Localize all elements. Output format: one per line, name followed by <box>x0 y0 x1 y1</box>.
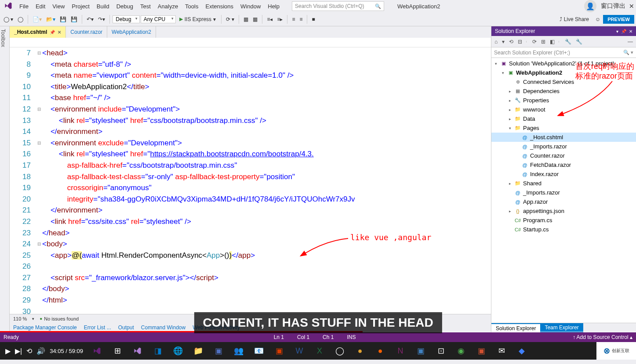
config-dropdown[interactable]: Debug <box>113 15 139 23</box>
taskbar-app2-icon[interactable]: ◯ <box>330 342 349 360</box>
taskbar-app4-icon[interactable]: ● <box>371 342 390 360</box>
save-all-button[interactable]: 💾 <box>69 15 79 23</box>
menu-project[interactable]: Project <box>68 1 93 11</box>
taskbar-onenote-icon[interactable]: N <box>391 342 410 360</box>
tb-icon-2[interactable]: ▦ <box>251 15 259 23</box>
quick-launch-search[interactable]: Search Visual Studio (Ctrl+Q) 🔍 <box>292 1 384 11</box>
panel-pin-icon[interactable]: 📌 <box>621 29 626 34</box>
taskbar-app6-icon[interactable]: ◉ <box>451 342 471 360</box>
nav-fwd-button[interactable]: ◯ <box>16 15 25 23</box>
taskbar-edge-icon[interactable]: 🌐 <box>168 342 188 360</box>
taskbar-excel-icon[interactable]: X <box>310 342 329 360</box>
pin-icon[interactable]: 📌 <box>50 30 55 35</box>
redo-button[interactable]: ↷▾ <box>96 15 107 23</box>
toolbox-tab[interactable]: Toolbox <box>0 26 10 332</box>
platform-dropdown[interactable]: Any CPU <box>141 15 176 23</box>
solution-search[interactable]: Search Solution Explorer (Ctrl+;) 🔍 ▾ <box>491 47 636 58</box>
taskbar-app7-icon[interactable]: ▣ <box>472 342 491 360</box>
tab-pkg-mgr[interactable]: Package Manager Console <box>13 324 77 331</box>
menu-edit[interactable]: Edit <box>32 1 49 11</box>
panel-title-bar[interactable]: Solution Explorer ▾ 📌 ✕ <box>491 26 636 36</box>
panel-dropdown-icon[interactable]: ▾ <box>616 29 618 34</box>
fold-column[interactable]: ⊟⊟⊟⊟ <box>36 47 42 314</box>
tab-host-cshtml[interactable]: _Host.cshtml 📌 ✕ <box>10 26 66 38</box>
tree-node-program-cs[interactable]: C#Program.cs <box>491 216 636 225</box>
taskbar-explorer-icon[interactable]: 📁 <box>189 342 208 360</box>
issues-indicator[interactable]: ● No issues found <box>40 316 79 321</box>
taskbar-terminal-icon[interactable]: ▣ <box>209 342 228 360</box>
taskbar-vscode-icon[interactable]: ◨ <box>148 342 167 360</box>
tab-command-window[interactable]: Command Window <box>141 324 185 331</box>
menu-window[interactable]: Window <box>237 1 264 11</box>
panel-close-icon[interactable]: ✕ <box>629 29 632 34</box>
close-tab-icon[interactable]: ✕ <box>58 30 61 35</box>
menu-file[interactable]: File <box>16 1 32 11</box>
wrench-icon[interactable]: 🔧 <box>574 38 584 46</box>
taskbar-app-icon[interactable]: ⊞ <box>108 342 127 360</box>
open-button[interactable]: 📂▾ <box>44 15 57 23</box>
tree-node-counter-razor[interactable]: @Counter.razor <box>491 151 636 160</box>
taskbar-vs2-icon[interactable] <box>128 342 147 360</box>
tree-node--imports-razor[interactable]: @_Imports.razor <box>491 142 636 151</box>
volume-button[interactable]: 🔊 <box>36 347 45 355</box>
menu-help[interactable]: Help <box>264 1 283 11</box>
tree-node-properties[interactable]: ▸🔧Properties <box>491 96 636 105</box>
user-avatar[interactable]: 👤 <box>584 0 596 12</box>
run-button[interactable]: ▶IIS Express ▾ <box>177 15 218 23</box>
preview-icon[interactable]: ◧ <box>549 38 556 46</box>
undo-button[interactable]: ↶▾ <box>85 15 95 23</box>
sync-icon[interactable]: ⟲ <box>508 38 515 46</box>
new-button[interactable]: 📄▾ <box>31 15 44 23</box>
tab-error-list[interactable]: Error List ... <box>84 324 111 331</box>
close-icon[interactable]: ✕ <box>629 3 634 10</box>
collapse-icon[interactable]: ⊟ <box>516 38 523 46</box>
taskbar-teams-icon[interactable]: 👥 <box>229 342 248 360</box>
menu-extensions[interactable]: Extensions <box>202 1 237 11</box>
tree-node-app-razor[interactable]: @App.razor <box>491 197 636 206</box>
live-share-button[interactable]: ⤴ Live Share <box>560 16 589 22</box>
tree-node--host-cshtml[interactable]: @_Host.cshtml <box>491 133 636 142</box>
play-pause-button[interactable]: ▶ <box>5 347 11 355</box>
refresh-button[interactable]: ⟳ ▾ <box>224 15 236 23</box>
save-button[interactable]: 💾 <box>58 15 68 23</box>
taskbar-ppt-icon[interactable]: ▣ <box>269 342 289 360</box>
properties-icon[interactable]: 🔧 <box>563 38 573 46</box>
bookmark-button[interactable]: ■ <box>310 15 316 23</box>
menu-build[interactable]: Build <box>93 1 113 11</box>
tb-icon-1[interactable]: ▦ <box>242 15 250 23</box>
next-button[interactable]: ▶| <box>15 347 22 355</box>
menu-analyze[interactable]: Analyze <box>154 1 182 11</box>
tree-node-wwwroot[interactable]: ▸📁wwwroot <box>491 105 636 114</box>
comment-button[interactable]: ≡ <box>290 15 297 23</box>
show-all-icon[interactable]: ⊞ <box>540 38 547 46</box>
taskbar-app5-icon[interactable]: ⊡ <box>431 342 451 360</box>
taskbar-outlook-icon[interactable]: 📧 <box>249 342 269 360</box>
tree-node--imports-razor[interactable]: @_Imports.razor <box>491 188 636 197</box>
taskbar-app8-icon[interactable]: ✉ <box>492 342 511 360</box>
nav-dropdown-bar[interactable] <box>10 38 491 47</box>
code-editor[interactable]: 7891011121314151617181920212223242526272… <box>10 47 491 314</box>
taskbar-app3-icon[interactable]: ● <box>350 342 370 360</box>
taskbar-vs-icon[interactable] <box>87 342 107 360</box>
taskbar-app9-icon[interactable]: ◆ <box>512 342 531 360</box>
taskbar-ps-icon[interactable]: ▣ <box>411 342 430 360</box>
tree-node-shared[interactable]: ▸📁Shared <box>491 179 636 188</box>
solution-tree[interactable]: ▾▣Solution 'WebApplication2' (1 of 1 pro… <box>491 58 636 323</box>
indent-in-button[interactable]: ≡▸ <box>275 15 284 23</box>
more-icon[interactable]: — <box>626 38 634 46</box>
feedback-button[interactable]: ☺ <box>593 15 602 23</box>
tab-counter-razor[interactable]: Counter.razor <box>66 26 107 38</box>
tree-node-startup-cs[interactable]: C#Startup.cs <box>491 225 636 234</box>
tab-webapplication2[interactable]: WebApplication2 <box>107 26 156 38</box>
refresh-icon[interactable]: ⟳ <box>531 38 538 46</box>
code-lines[interactable]: <head> <meta charset="utf-8" /> <meta na… <box>42 47 491 314</box>
taskbar-word-icon[interactable]: W <box>290 342 309 360</box>
tree-node-dependencies[interactable]: ▸▦Dependencies <box>491 86 636 96</box>
tree-node-index-razor[interactable]: @Index.razor <box>491 169 636 179</box>
add-source-control[interactable]: ↑ Add to Source Control ▴ <box>573 334 632 340</box>
tab-output[interactable]: Output <box>118 324 134 331</box>
zoom-level[interactable]: 110 % <box>13 316 27 321</box>
uncomment-button[interactable]: ≡ <box>298 15 304 23</box>
tree-node-data[interactable]: ▸📁Data <box>491 114 636 123</box>
menu-debug[interactable]: Debug <box>113 1 137 11</box>
